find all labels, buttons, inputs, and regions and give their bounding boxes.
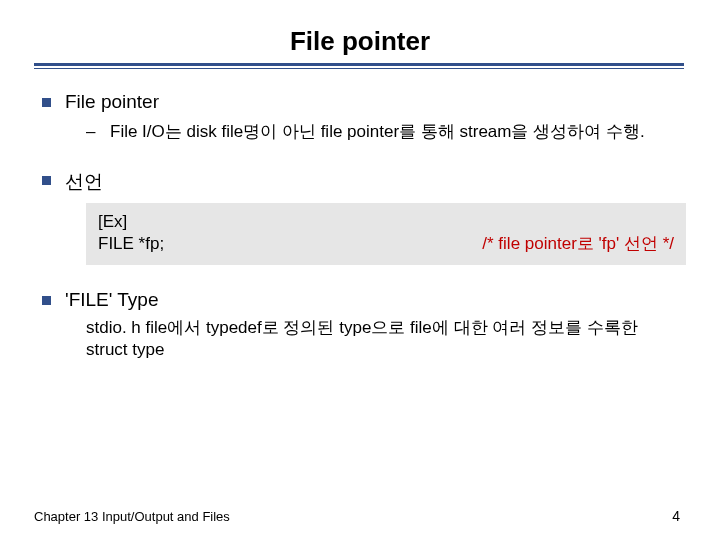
file-type-description: stdio. h file에서 typedef로 정의된 type으로 file… <box>86 317 678 361</box>
square-bullet-icon <box>42 176 51 185</box>
footer-page-number: 4 <box>672 508 680 524</box>
slide-title: File pointer <box>290 26 430 57</box>
sub-text: File I/O는 disk file명이 아닌 file pointer를 통… <box>110 121 645 143</box>
bullet-item-file-type: 'FILE' Type <box>42 289 678 311</box>
slide: File pointer File pointer – File I/O는 di… <box>0 0 720 540</box>
code-comment: /* file pointer로 'fp' 선언 */ <box>482 233 674 255</box>
bullet-item-file-pointer: File pointer <box>42 91 678 113</box>
title-wrap: File pointer <box>34 26 686 57</box>
square-bullet-icon <box>42 98 51 107</box>
dash-bullet-icon: – <box>86 121 100 143</box>
code-declaration: FILE *fp; <box>98 233 164 255</box>
code-line-ex: [Ex] <box>98 211 674 233</box>
code-example-box: [Ex] FILE *fp; /* file pointer로 'fp' 선언 … <box>86 203 686 265</box>
code-line-decl: FILE *fp; /* file pointer로 'fp' 선언 */ <box>98 233 674 255</box>
title-rule-thick <box>34 63 684 66</box>
bullet-head: 'FILE' Type <box>65 289 159 311</box>
footer-chapter: Chapter 13 Input/Output and Files <box>34 509 230 524</box>
square-bullet-icon <box>42 296 51 305</box>
sub-item-file-io: – File I/O는 disk file명이 아닌 file pointer를… <box>86 121 678 143</box>
bullet-head: 선언 <box>65 169 103 195</box>
slide-body: File pointer – File I/O는 disk file명이 아닌 … <box>34 69 686 361</box>
bullet-head: File pointer <box>65 91 159 113</box>
bullet-item-declaration: 선언 <box>42 169 678 195</box>
